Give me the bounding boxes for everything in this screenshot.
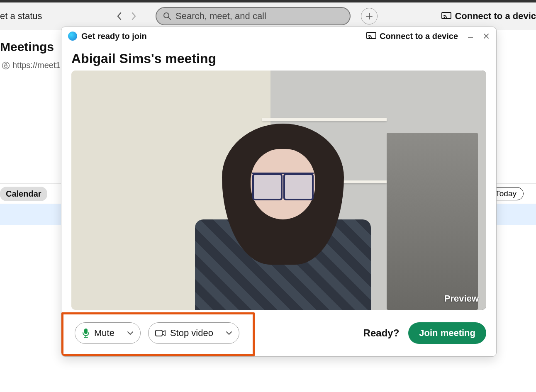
camera-icon: [155, 329, 166, 337]
webex-logo-icon: [68, 32, 77, 41]
search-placeholder: Search, meet, and call: [175, 11, 266, 22]
pre-join-dialog: Get ready to join Connect to a device Ab…: [61, 27, 497, 357]
connect-to-device-top[interactable]: Connect to a devic: [441, 11, 536, 22]
chevron-down-icon[interactable]: [127, 331, 134, 335]
svg-point-3: [2, 62, 10, 69]
search-input[interactable]: Search, meet, and call: [156, 7, 351, 25]
cast-icon: [441, 12, 451, 20]
nav-back-icon[interactable]: [116, 12, 122, 20]
meeting-title: Abigail Sims's meeting: [61, 45, 496, 71]
self-view: Preview: [71, 71, 486, 310]
tab-calendar[interactable]: Calendar: [0, 187, 47, 201]
svg-rect-7: [84, 329, 88, 334]
page-title: Meetings: [0, 40, 54, 54]
search-icon: [163, 12, 171, 20]
chevron-down-icon[interactable]: [226, 331, 232, 335]
stop-video-button-label: Stop video: [170, 328, 213, 338]
scene-fridge: [387, 133, 478, 310]
minimize-button[interactable]: [467, 33, 474, 39]
app-background: et a status Search, meet, and call Conne…: [0, 0, 536, 392]
svg-rect-4: [5, 65, 7, 67]
connect-to-device-label: Connect to a device: [380, 32, 458, 41]
nav-forward-icon[interactable]: [131, 12, 137, 20]
mute-button-label: Mute: [94, 328, 115, 338]
stop-video-button[interactable]: Stop video: [148, 322, 239, 344]
preview-badge: Preview: [444, 293, 479, 304]
svg-point-0: [164, 13, 169, 18]
nav-arrows: [116, 12, 137, 20]
join-meeting-button[interactable]: Join meeting: [408, 322, 486, 344]
svg-line-1: [168, 17, 171, 19]
close-button[interactable]: [483, 33, 490, 39]
mute-button[interactable]: Mute: [75, 322, 141, 344]
link-lock-icon: [2, 61, 10, 70]
microphone-icon: [82, 328, 90, 338]
svg-rect-8: [156, 330, 162, 336]
compose-plus-button[interactable]: [361, 8, 378, 24]
ready-label: Ready?: [363, 327, 400, 339]
scene-person: [188, 114, 378, 310]
pre-join-controls: Mute Stop video Ready? Join meeting: [61, 310, 496, 356]
connect-to-device-top-label: Connect to a devic: [455, 11, 536, 22]
cast-icon: [366, 32, 376, 40]
dialog-subtitle: Get ready to join: [81, 32, 147, 41]
personal-room-url-text: https://meet1: [12, 61, 61, 70]
dialog-header: Get ready to join Connect to a device: [61, 27, 496, 45]
topbar: et a status Search, meet, and call Conne…: [0, 0, 536, 30]
set-status-link[interactable]: et a status: [0, 11, 42, 22]
connect-to-device-button[interactable]: Connect to a device: [366, 32, 458, 41]
